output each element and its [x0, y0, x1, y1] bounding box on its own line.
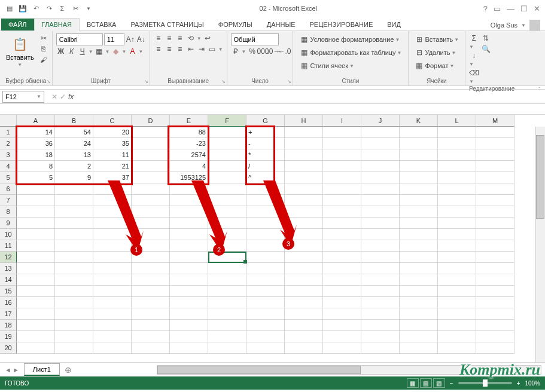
border-icon[interactable]: ▦ — [95, 47, 104, 56]
zoom-level[interactable]: 100% — [525, 380, 540, 387]
cell-H20[interactable] — [285, 342, 323, 354]
cell-D4[interactable] — [132, 161, 170, 172]
cell-D7[interactable] — [132, 195, 170, 206]
cell-E10[interactable] — [170, 229, 208, 240]
cell-F6[interactable] — [208, 183, 246, 195]
cell-C8[interactable] — [93, 206, 132, 218]
cell-J6[interactable] — [361, 183, 400, 195]
cell-B20[interactable] — [55, 342, 93, 354]
cell-B7[interactable] — [55, 195, 93, 206]
cell-G6[interactable] — [246, 183, 285, 195]
col-header-D[interactable]: D — [132, 115, 170, 127]
cell-I16[interactable] — [323, 297, 361, 308]
cell-J1[interactable] — [361, 127, 400, 138]
col-header-E[interactable]: E — [170, 115, 208, 127]
cell-I14[interactable] — [323, 274, 361, 286]
cell-styles-button[interactable]: ▦Стили ячеек▼ — [297, 60, 404, 72]
cell-J13[interactable] — [361, 263, 400, 274]
cell-M12[interactable] — [476, 252, 514, 263]
cell-I5[interactable] — [323, 172, 361, 183]
row-header-10[interactable]: 10 — [0, 229, 17, 240]
cell-K12[interactable] — [400, 252, 438, 263]
cell-K2[interactable] — [400, 138, 438, 149]
cell-J14[interactable] — [361, 274, 400, 286]
col-header-J[interactable]: J — [361, 115, 400, 127]
decrease-font-icon[interactable]: A↓ — [136, 35, 146, 44]
zoom-in-icon[interactable]: + — [517, 380, 520, 387]
cell-G11[interactable] — [246, 240, 285, 252]
cell-B9[interactable] — [55, 218, 93, 229]
row-header-4[interactable]: 4 — [0, 161, 17, 172]
cell-B8[interactable] — [55, 206, 93, 218]
cell-D19[interactable] — [132, 331, 170, 342]
align-top-icon[interactable]: ≡ — [154, 33, 163, 43]
cell-D1[interactable] — [132, 127, 170, 138]
cell-M4[interactable] — [476, 161, 514, 172]
cell-E9[interactable] — [170, 218, 208, 229]
cell-C18[interactable] — [93, 320, 132, 331]
cell-M5[interactable] — [476, 172, 514, 183]
col-header-G[interactable]: G — [246, 115, 285, 127]
avatar[interactable] — [529, 20, 540, 30]
sheet-tab[interactable]: Лист1 — [24, 363, 60, 376]
cell-D17[interactable] — [132, 308, 170, 320]
cell-D12[interactable] — [132, 252, 170, 263]
cell-I19[interactable] — [323, 331, 361, 342]
cell-C1[interactable]: 20 — [93, 127, 132, 138]
cell-I4[interactable] — [323, 161, 361, 172]
row-header-17[interactable]: 17 — [0, 308, 17, 320]
cell-K5[interactable] — [400, 172, 438, 183]
cell-F4[interactable] — [208, 161, 246, 172]
cell-F1[interactable] — [208, 127, 246, 138]
cell-A5[interactable]: 5 — [17, 172, 55, 183]
cell-C7[interactable] — [93, 195, 132, 206]
cell-H2[interactable] — [285, 138, 323, 149]
cell-F20[interactable] — [208, 342, 246, 354]
cell-C16[interactable] — [93, 297, 132, 308]
cell-B13[interactable] — [55, 263, 93, 274]
cell-B11[interactable] — [55, 240, 93, 252]
cell-B15[interactable] — [55, 286, 93, 297]
cell-A17[interactable] — [17, 308, 55, 320]
align-center-icon[interactable]: ≡ — [165, 44, 174, 54]
fx-icon[interactable]: fx — [68, 93, 74, 101]
cell-K10[interactable] — [400, 229, 438, 240]
qat-dropdown-icon[interactable]: ▼ — [84, 4, 93, 13]
vscroll-thumb[interactable] — [536, 135, 544, 219]
cell-D5[interactable] — [132, 172, 170, 183]
cell-E3[interactable]: 2574 — [170, 149, 208, 161]
cell-B2[interactable]: 24 — [55, 138, 93, 149]
autosum-icon[interactable]: Σ — [57, 4, 67, 13]
cell-J7[interactable] — [361, 195, 400, 206]
cell-D13[interactable] — [132, 263, 170, 274]
cell-K15[interactable] — [400, 286, 438, 297]
cell-M2[interactable] — [476, 138, 514, 149]
add-sheet-icon[interactable]: ⊕ — [60, 365, 77, 375]
cell-A6[interactable] — [17, 183, 55, 195]
insert-cells-button[interactable]: ⊞Вставить▼ — [412, 33, 462, 45]
cell-H10[interactable] — [285, 229, 323, 240]
cell-D16[interactable] — [132, 297, 170, 308]
cell-F14[interactable] — [208, 274, 246, 286]
cell-H16[interactable] — [285, 297, 323, 308]
cell-M16[interactable] — [476, 297, 514, 308]
cell-K16[interactable] — [400, 297, 438, 308]
cell-E8[interactable] — [170, 206, 208, 218]
cell-M17[interactable] — [476, 308, 514, 320]
cell-A4[interactable]: 8 — [17, 161, 55, 172]
cell-E1[interactable]: 88 — [170, 127, 208, 138]
cell-E5[interactable]: 1953125 — [170, 172, 208, 183]
cell-F3[interactable] — [208, 149, 246, 161]
cell-H17[interactable] — [285, 308, 323, 320]
cell-E17[interactable] — [170, 308, 208, 320]
cell-I12[interactable] — [323, 252, 361, 263]
cell-K8[interactable] — [400, 206, 438, 218]
row-header-11[interactable]: 11 — [0, 240, 17, 252]
tab-home[interactable]: ГЛАВНАЯ — [34, 18, 80, 31]
cell-M1[interactable] — [476, 127, 514, 138]
cell-J4[interactable] — [361, 161, 400, 172]
tab-pagelayout[interactable]: РАЗМЕТКА СТРАНИЦЫ — [123, 19, 211, 30]
cell-J16[interactable] — [361, 297, 400, 308]
user-dropdown-icon[interactable]: ▼ — [521, 23, 526, 28]
cell-I8[interactable] — [323, 206, 361, 218]
